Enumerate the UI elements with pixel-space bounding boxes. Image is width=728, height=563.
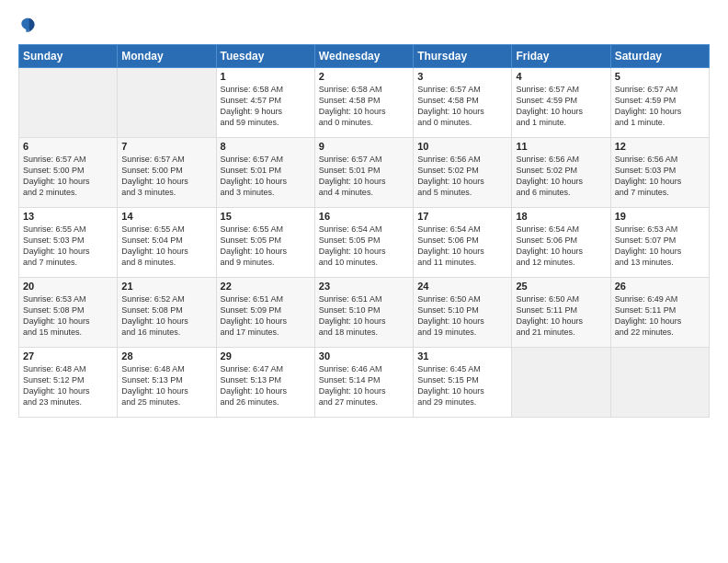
day-info: Sunrise: 6:56 AM Sunset: 5:02 PM Dayligh… xyxy=(417,154,507,199)
day-number: 9 xyxy=(319,141,409,152)
day-cell: 29Sunrise: 6:47 AM Sunset: 5:13 PM Dayli… xyxy=(216,348,314,418)
weekday-header-friday: Friday xyxy=(512,45,610,68)
day-cell: 31Sunrise: 6:45 AM Sunset: 5:15 PM Dayli… xyxy=(414,348,512,418)
weekday-header-row: SundayMondayTuesdayWednesdayThursdayFrid… xyxy=(19,45,710,68)
weekday-header-tuesday: Tuesday xyxy=(216,45,314,68)
day-number: 1 xyxy=(221,71,311,82)
day-cell: 8Sunrise: 6:57 AM Sunset: 5:01 PM Daylig… xyxy=(216,138,314,208)
day-number: 30 xyxy=(319,350,409,362)
day-info: Sunrise: 6:48 AM Sunset: 5:13 PM Dayligh… xyxy=(121,363,211,408)
day-info: Sunrise: 6:58 AM Sunset: 4:57 PM Dayligh… xyxy=(221,84,311,129)
day-info: Sunrise: 6:50 AM Sunset: 5:10 PM Dayligh… xyxy=(417,293,507,339)
day-cell: 3Sunrise: 6:57 AM Sunset: 4:58 PM Daylig… xyxy=(414,68,512,138)
day-cell: 13Sunrise: 6:55 AM Sunset: 5:03 PM Dayli… xyxy=(19,208,118,278)
day-info: Sunrise: 6:47 AM Sunset: 5:13 PM Dayligh… xyxy=(221,363,311,408)
day-info: Sunrise: 6:58 AM Sunset: 4:58 PM Dayligh… xyxy=(319,84,409,129)
day-cell: 15Sunrise: 6:55 AM Sunset: 5:05 PM Dayli… xyxy=(216,208,314,278)
day-cell: 7Sunrise: 6:57 AM Sunset: 5:00 PM Daylig… xyxy=(118,138,216,208)
day-number: 2 xyxy=(319,71,409,82)
day-cell xyxy=(118,68,216,138)
day-number: 12 xyxy=(615,141,705,152)
day-cell xyxy=(512,348,610,418)
day-number: 19 xyxy=(615,211,705,222)
day-number: 10 xyxy=(417,141,507,152)
day-cell: 22Sunrise: 6:51 AM Sunset: 5:09 PM Dayli… xyxy=(216,278,314,348)
day-number: 29 xyxy=(221,350,311,362)
day-cell: 20Sunrise: 6:53 AM Sunset: 5:08 PM Dayli… xyxy=(19,278,118,348)
weekday-header-monday: Monday xyxy=(118,45,216,68)
day-number: 20 xyxy=(23,281,113,292)
day-number: 15 xyxy=(221,211,311,222)
calendar-page: SundayMondayTuesdayWednesdayThursdayFrid… xyxy=(0,0,728,563)
day-number: 25 xyxy=(516,281,606,292)
day-info: Sunrise: 6:56 AM Sunset: 5:02 PM Dayligh… xyxy=(516,154,606,199)
day-number: 3 xyxy=(417,71,507,82)
day-number: 22 xyxy=(221,281,311,292)
day-cell: 4Sunrise: 6:57 AM Sunset: 4:59 PM Daylig… xyxy=(512,68,610,138)
day-cell: 18Sunrise: 6:54 AM Sunset: 5:06 PM Dayli… xyxy=(512,208,610,278)
day-cell: 11Sunrise: 6:56 AM Sunset: 5:02 PM Dayli… xyxy=(512,138,610,208)
day-cell: 23Sunrise: 6:51 AM Sunset: 5:10 PM Dayli… xyxy=(314,278,413,348)
day-cell: 26Sunrise: 6:49 AM Sunset: 5:11 PM Dayli… xyxy=(610,278,709,348)
day-info: Sunrise: 6:45 AM Sunset: 5:15 PM Dayligh… xyxy=(417,363,507,408)
day-number: 7 xyxy=(121,141,211,152)
day-number: 27 xyxy=(23,350,113,362)
day-number: 6 xyxy=(23,141,113,152)
day-cell: 16Sunrise: 6:54 AM Sunset: 5:05 PM Dayli… xyxy=(314,208,413,278)
day-info: Sunrise: 6:53 AM Sunset: 5:08 PM Dayligh… xyxy=(23,293,113,339)
day-info: Sunrise: 6:57 AM Sunset: 5:00 PM Dayligh… xyxy=(23,154,113,199)
day-cell xyxy=(610,348,709,418)
day-number: 14 xyxy=(121,211,211,222)
day-info: Sunrise: 6:55 AM Sunset: 5:03 PM Dayligh… xyxy=(23,224,113,269)
calendar-table: SundayMondayTuesdayWednesdayThursdayFrid… xyxy=(18,44,710,418)
day-number: 11 xyxy=(516,141,606,152)
day-info: Sunrise: 6:49 AM Sunset: 5:11 PM Dayligh… xyxy=(615,293,705,339)
day-cell: 6Sunrise: 6:57 AM Sunset: 5:00 PM Daylig… xyxy=(19,138,118,208)
day-info: Sunrise: 6:57 AM Sunset: 4:59 PM Dayligh… xyxy=(516,84,606,129)
day-cell: 27Sunrise: 6:48 AM Sunset: 5:12 PM Dayli… xyxy=(19,348,118,418)
day-cell: 28Sunrise: 6:48 AM Sunset: 5:13 PM Dayli… xyxy=(118,348,216,418)
day-info: Sunrise: 6:52 AM Sunset: 5:08 PM Dayligh… xyxy=(121,293,211,339)
day-cell: 1Sunrise: 6:58 AM Sunset: 4:57 PM Daylig… xyxy=(216,68,314,138)
day-info: Sunrise: 6:57 AM Sunset: 5:00 PM Dayligh… xyxy=(121,154,211,199)
day-info: Sunrise: 6:55 AM Sunset: 5:05 PM Dayligh… xyxy=(221,224,311,269)
day-cell: 12Sunrise: 6:56 AM Sunset: 5:03 PM Dayli… xyxy=(610,138,709,208)
header xyxy=(18,15,710,35)
day-cell: 17Sunrise: 6:54 AM Sunset: 5:06 PM Dayli… xyxy=(414,208,512,278)
day-info: Sunrise: 6:57 AM Sunset: 5:01 PM Dayligh… xyxy=(319,154,409,199)
day-cell: 19Sunrise: 6:53 AM Sunset: 5:07 PM Dayli… xyxy=(610,208,709,278)
day-info: Sunrise: 6:54 AM Sunset: 5:05 PM Dayligh… xyxy=(319,224,409,269)
day-number: 24 xyxy=(417,281,507,292)
day-info: Sunrise: 6:46 AM Sunset: 5:14 PM Dayligh… xyxy=(319,363,409,408)
day-cell: 5Sunrise: 6:57 AM Sunset: 4:59 PM Daylig… xyxy=(610,68,709,138)
day-number: 16 xyxy=(319,211,409,222)
day-number: 13 xyxy=(23,211,113,222)
day-info: Sunrise: 6:51 AM Sunset: 5:09 PM Dayligh… xyxy=(221,293,311,339)
week-row-3: 13Sunrise: 6:55 AM Sunset: 5:03 PM Dayli… xyxy=(19,208,710,278)
day-number: 17 xyxy=(417,211,507,222)
day-info: Sunrise: 6:53 AM Sunset: 5:07 PM Dayligh… xyxy=(615,224,705,269)
weekday-header-sunday: Sunday xyxy=(19,45,118,68)
day-number: 26 xyxy=(615,281,705,292)
week-row-1: 1Sunrise: 6:58 AM Sunset: 4:57 PM Daylig… xyxy=(19,68,710,138)
day-info: Sunrise: 6:54 AM Sunset: 5:06 PM Dayligh… xyxy=(516,224,606,269)
logo xyxy=(18,15,40,35)
day-number: 8 xyxy=(221,141,311,152)
day-info: Sunrise: 6:54 AM Sunset: 5:06 PM Dayligh… xyxy=(417,224,507,269)
day-number: 23 xyxy=(319,281,409,292)
day-number: 5 xyxy=(615,71,705,82)
logo-icon xyxy=(18,17,37,35)
day-info: Sunrise: 6:57 AM Sunset: 4:58 PM Dayligh… xyxy=(417,84,507,129)
day-number: 21 xyxy=(121,281,211,292)
day-cell: 2Sunrise: 6:58 AM Sunset: 4:58 PM Daylig… xyxy=(314,68,413,138)
day-cell: 14Sunrise: 6:55 AM Sunset: 5:04 PM Dayli… xyxy=(118,208,216,278)
day-info: Sunrise: 6:50 AM Sunset: 5:11 PM Dayligh… xyxy=(516,293,606,339)
week-row-4: 20Sunrise: 6:53 AM Sunset: 5:08 PM Dayli… xyxy=(19,278,710,348)
day-cell: 24Sunrise: 6:50 AM Sunset: 5:10 PM Dayli… xyxy=(414,278,512,348)
day-info: Sunrise: 6:57 AM Sunset: 5:01 PM Dayligh… xyxy=(221,154,311,199)
week-row-2: 6Sunrise: 6:57 AM Sunset: 5:00 PM Daylig… xyxy=(19,138,710,208)
day-info: Sunrise: 6:55 AM Sunset: 5:04 PM Dayligh… xyxy=(121,224,211,269)
day-info: Sunrise: 6:48 AM Sunset: 5:12 PM Dayligh… xyxy=(23,363,113,408)
week-row-5: 27Sunrise: 6:48 AM Sunset: 5:12 PM Dayli… xyxy=(19,348,710,418)
day-cell: 30Sunrise: 6:46 AM Sunset: 5:14 PM Dayli… xyxy=(314,348,413,418)
